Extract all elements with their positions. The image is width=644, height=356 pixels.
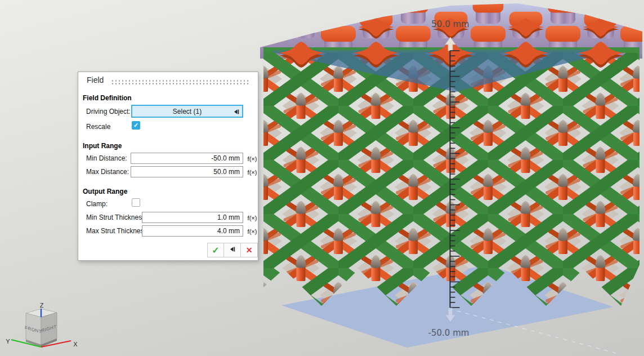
clamp-checkbox[interactable] [132,198,140,207]
driving-object-value: Select (1) [173,108,202,115]
drag-handle-dots[interactable] [111,79,251,85]
lattice-col [285,12,318,39]
rescale-checkbox[interactable]: ✓ [132,121,140,130]
section-field-definition: Field Definition [83,94,132,102]
confirm-button[interactable]: ✓ [207,243,224,257]
pipette-icon [229,246,236,255]
close-icon: ✕ [246,246,253,255]
max-distance-input[interactable]: 50.0 mm [131,166,243,177]
lattice-col [548,0,579,24]
min-strut-thickness-input[interactable]: 1.0 mm [142,212,243,223]
rescale-label: Rescale [86,123,110,131]
max-distance-label: Max Distance: [86,168,129,176]
min-strut-thickness-label: Min Strut Thickness: [86,213,147,221]
cancel-button[interactable]: ✕ [241,243,258,257]
max-strut-fx-button[interactable]: f(×) [245,226,259,237]
dimension-label-bottom: -50.0 mm [428,328,469,338]
min-distance-label: Min Distance: [86,154,127,162]
axis-z-label: Z [40,302,44,309]
clamp-label: Clamp: [86,200,108,208]
lattice-col [323,0,354,24]
max-distance-fx-button[interactable]: f(×) [245,167,259,178]
field-panel: Field Field Definition Driving Object: S… [78,72,258,261]
max-strut-thickness-input[interactable]: 4.0 mm [142,225,243,237]
lattice-col [623,0,644,24]
reselect-button[interactable] [224,243,241,257]
panel-title: Field [87,75,104,84]
dimension-label-top: 50.0 mm [431,19,469,29]
pipette-icon [232,108,240,117]
min-strut-fx-button[interactable]: f(×) [245,212,259,224]
lattice-col [398,0,429,24]
axis-y-label: Y [6,338,10,345]
checkbox-check-icon: ✓ [133,122,138,128]
lattice-col [473,0,504,24]
max-strut-thickness-label: Max Strut Thickness: [86,227,149,235]
min-distance-fx-button[interactable]: f(×) [245,153,259,164]
section-input-range: Input Range [83,142,122,150]
check-icon: ✓ [212,245,219,256]
driving-object-label: Driving Object: [86,108,131,115]
driving-object-select[interactable]: Select (1) [131,105,243,118]
axis-x-label: X [73,341,78,348]
section-output-range: Output Range [83,188,127,195]
view-cube[interactable]: FRONT RIGHT Z Y X [6,302,78,348]
min-distance-input[interactable]: -50.0 mm [131,153,243,164]
